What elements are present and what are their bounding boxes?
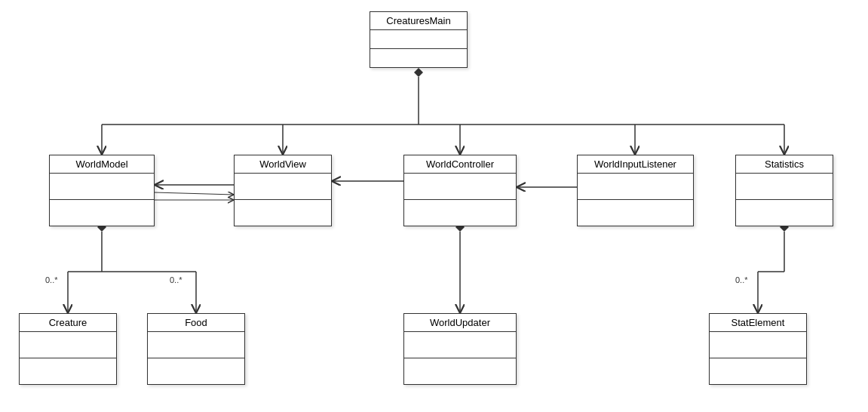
class-methods-statElement: [710, 358, 806, 384]
class-attrs-worldUpdater: [404, 332, 516, 358]
class-attrs-statElement: [710, 332, 806, 358]
class-statistics: Statistics: [735, 155, 833, 226]
class-name-worldController: WorldController: [404, 155, 516, 174]
class-methods-creaturesMain: [370, 49, 467, 67]
class-name-statElement: StatElement: [710, 314, 806, 332]
class-statElement: StatElement: [709, 313, 807, 385]
class-methods-worldUpdater: [404, 358, 516, 384]
class-attrs-creature: [20, 332, 116, 358]
class-attrs-food: [148, 332, 244, 358]
class-methods-worldController: [404, 200, 516, 226]
class-food: Food: [147, 313, 245, 385]
class-name-worldInputListener: WorldInputListener: [578, 155, 693, 174]
class-worldView: WorldView: [234, 155, 332, 226]
class-attrs-creaturesMain: [370, 30, 467, 49]
class-worldUpdater: WorldUpdater: [403, 313, 517, 385]
svg-text:0..*: 0..*: [735, 275, 748, 284]
class-worldController: WorldController: [403, 155, 517, 226]
svg-text:0..*: 0..*: [170, 275, 182, 284]
class-creaturesMain: CreaturesMain: [370, 11, 468, 68]
class-name-statistics: Statistics: [736, 155, 833, 174]
diagram-container: 0..* 0..* 0..* CreaturesMain WorldModel …: [0, 0, 868, 412]
class-creature: Creature: [19, 313, 117, 385]
class-worldModel: WorldModel: [49, 155, 155, 226]
class-methods-statistics: [736, 200, 833, 226]
class-methods-food: [148, 358, 244, 384]
class-name-worldModel: WorldModel: [50, 155, 154, 174]
class-methods-worldModel: [50, 200, 154, 226]
svg-marker-0: [414, 68, 423, 77]
class-name-worldUpdater: WorldUpdater: [404, 314, 516, 332]
class-attrs-worldInputListener: [578, 174, 693, 200]
class-name-creaturesMain: CreaturesMain: [370, 12, 467, 30]
class-worldInputListener: WorldInputListener: [577, 155, 694, 226]
class-name-food: Food: [148, 314, 244, 332]
svg-line-11: [155, 192, 234, 195]
class-name-creature: Creature: [20, 314, 116, 332]
class-attrs-worldController: [404, 174, 516, 200]
class-attrs-statistics: [736, 174, 833, 200]
class-methods-creature: [20, 358, 116, 384]
class-attrs-worldView: [235, 174, 331, 200]
class-methods-worldInputListener: [578, 200, 693, 226]
svg-text:0..*: 0..*: [45, 275, 58, 284]
class-name-worldView: WorldView: [235, 155, 331, 174]
class-methods-worldView: [235, 200, 331, 226]
class-attrs-worldModel: [50, 174, 154, 200]
